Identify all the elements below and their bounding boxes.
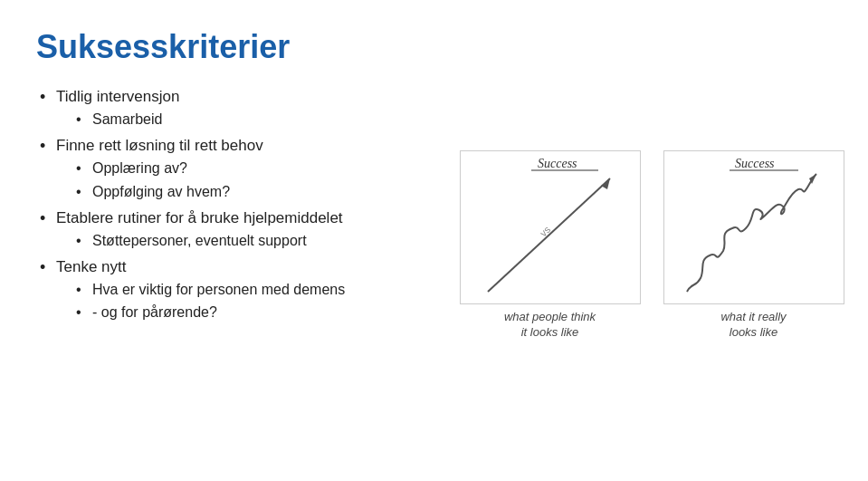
diagrams-area: Success vs what people think it looks li…	[453, 27, 851, 454]
diagram-think-image: Success vs	[460, 150, 641, 304]
list-item: - og for pårørende?	[72, 303, 453, 322]
diagram-think: Success vs what people think it looks li…	[453, 150, 647, 341]
sub-list: Samarbeid	[56, 110, 453, 130]
svg-text:vs: vs	[537, 223, 552, 238]
diagram-think-caption: what people think it looks like	[504, 310, 596, 341]
list-item: Tidlig intervensjon Samarbeid	[36, 86, 453, 130]
list-item: Samarbeid	[72, 110, 453, 130]
diagram-reality: Success what it really looks like	[656, 150, 851, 341]
list-item: Etablere rutiner for å bruke hjelpemidde…	[36, 207, 453, 251]
list-item: Opplæring av?	[72, 159, 453, 178]
svg-text:Success: Success	[538, 157, 577, 170]
svg-line-2	[488, 178, 610, 292]
list-item: Hva er viktig for personen med demens	[72, 280, 453, 300]
svg-text:Success: Success	[735, 157, 775, 170]
sub-list: Opplæring av? Oppfølging av hvem?	[56, 159, 453, 202]
slide: Suksesskriterier Tidlig intervensjon Sam…	[0, 0, 868, 481]
list-item: Finne rett løsning til rett behov Opplær…	[36, 135, 453, 202]
list-item: Støttepersoner, eventuelt support	[72, 231, 453, 251]
sub-list: Støttepersoner, eventuelt support	[56, 231, 453, 251]
list-item: Tenke nytt Hva er viktig for personen me…	[36, 256, 453, 323]
diagram-reality-caption: what it really looks like	[720, 310, 786, 341]
svg-marker-3	[601, 178, 610, 189]
bullet-list: Tidlig intervensjon Samarbeid Finne rett…	[36, 86, 453, 329]
sub-list: Hva er viktig for personen med demens - …	[56, 280, 453, 323]
list-item: Oppfølging av hvem?	[72, 182, 453, 202]
diagram-reality-image: Success	[663, 150, 844, 304]
left-content: Suksesskriterier Tidlig intervensjon Sam…	[36, 27, 453, 454]
slide-title: Suksesskriterier	[36, 27, 453, 66]
